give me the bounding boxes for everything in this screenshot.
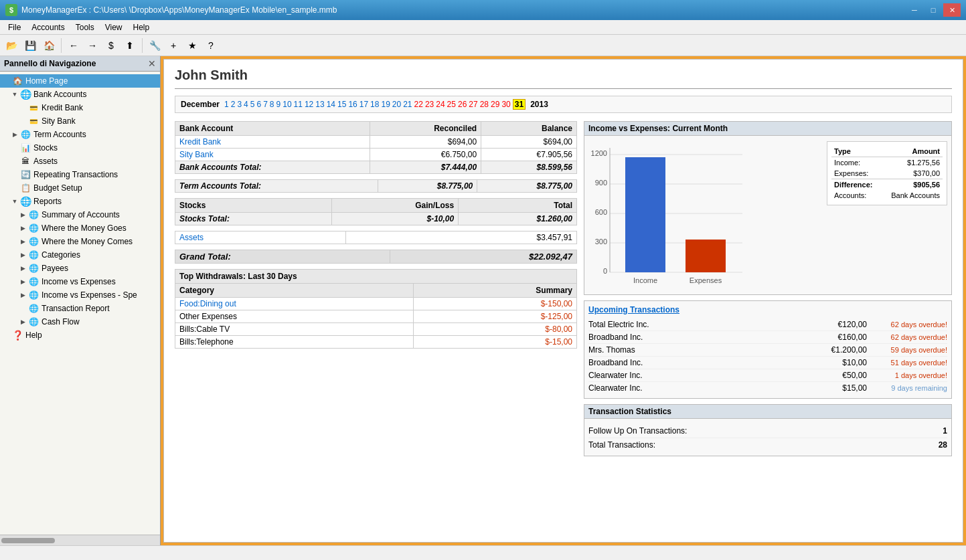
expand-ive[interactable]: ▶ bbox=[19, 278, 27, 286]
stocks-total-total: $1.260,00 bbox=[459, 213, 577, 225]
date-21[interactable]: 21 bbox=[403, 100, 412, 109]
menu-help[interactable]: Help bbox=[128, 21, 155, 34]
withdrawal-category-1[interactable]: Food:Dining out bbox=[175, 298, 414, 310]
sidebar-item-income-vs-expenses-sp[interactable]: ▶ 🌐 Income vs Expenses - Spe bbox=[0, 288, 160, 302]
expand-ivesp[interactable]: ▶ bbox=[19, 291, 27, 299]
expand-term[interactable]: ▶ bbox=[11, 130, 19, 138]
sidebar-item-categories[interactable]: ▶ 🌐 Categories bbox=[0, 248, 160, 262]
menu-file[interactable]: File bbox=[3, 21, 26, 34]
date-1[interactable]: 1 bbox=[224, 100, 229, 109]
bank-total-label: Bank Accounts Total: bbox=[175, 161, 370, 174]
minimize-button[interactable]: ─ bbox=[906, 3, 923, 17]
sidebar-item-sity-bank[interactable]: 💳 Sity Bank bbox=[0, 114, 160, 128]
nav-close-button[interactable]: ✕ bbox=[148, 58, 156, 69]
date-27[interactable]: 27 bbox=[469, 100, 477, 109]
date-7[interactable]: 7 bbox=[263, 100, 268, 109]
main-layout: Pannello di Navigazione ✕ 🏠 Home Page ▼ … bbox=[0, 56, 966, 545]
date-4[interactable]: 4 bbox=[244, 100, 248, 109]
status-bar bbox=[0, 545, 966, 560]
toolbar-add[interactable]: + bbox=[165, 37, 182, 54]
date-12[interactable]: 12 bbox=[305, 100, 313, 109]
date-10[interactable]: 10 bbox=[283, 100, 291, 109]
category-col: Category bbox=[175, 284, 414, 298]
toolbar-open[interactable]: 📂 bbox=[3, 37, 20, 54]
date-19[interactable]: 19 bbox=[381, 100, 390, 109]
nav-scrollbar[interactable] bbox=[0, 535, 160, 545]
close-button[interactable]: ✕ bbox=[943, 3, 961, 17]
sidebar-item-kredit-bank[interactable]: 💳 Kredit Bank bbox=[0, 101, 160, 114]
toolbar-settings[interactable]: 🔧 bbox=[146, 37, 163, 54]
date-28[interactable]: 28 bbox=[480, 100, 489, 109]
sidebar-item-cash-flow[interactable]: ▶ 🌐 Cash Flow bbox=[0, 315, 160, 329]
date-24[interactable]: 24 bbox=[436, 100, 445, 109]
date-31[interactable]: 31 bbox=[513, 99, 526, 110]
expenses-bar bbox=[686, 240, 726, 272]
date-29[interactable]: 29 bbox=[491, 100, 499, 109]
date-14[interactable]: 14 bbox=[327, 100, 335, 109]
assets-link[interactable]: Assets bbox=[175, 231, 346, 244]
sidebar-item-where-money-comes[interactable]: ▶ 🌐 Where the Money Comes bbox=[0, 235, 160, 248]
date-bar: December 1 2 3 4 5 6 7 8 9 10 11 12 13 1… bbox=[175, 96, 952, 113]
date-5[interactable]: 5 bbox=[250, 100, 255, 109]
expand-summary[interactable]: ▶ bbox=[19, 211, 27, 219]
kredit-bank-link[interactable]: Kredit Bank bbox=[175, 136, 370, 149]
toolbar-dollar[interactable]: $ bbox=[102, 37, 120, 54]
expand-payees[interactable]: ▶ bbox=[19, 264, 27, 272]
expand-cf[interactable]: ▶ bbox=[19, 318, 27, 326]
menu-accounts[interactable]: Accounts bbox=[26, 21, 70, 34]
date-30[interactable]: 30 bbox=[501, 100, 510, 109]
sidebar-item-assets[interactable]: 🏛 Assets bbox=[0, 155, 160, 168]
date-22[interactable]: 22 bbox=[414, 100, 423, 109]
sidebar-item-bank-accounts[interactable]: ▼ 🌐 Bank Accounts bbox=[0, 88, 160, 101]
expand-goes[interactable]: ▶ bbox=[19, 224, 27, 232]
toolbar-home[interactable]: 🏠 bbox=[40, 37, 58, 54]
date-2[interactable]: 2 bbox=[231, 100, 236, 109]
svg-text:600: 600 bbox=[595, 208, 607, 216]
date-13[interactable]: 13 bbox=[315, 100, 324, 109]
date-8[interactable]: 8 bbox=[270, 100, 274, 109]
chart-content: 1200 900 600 300 0 bbox=[588, 141, 947, 290]
sidebar-item-label: Categories bbox=[42, 250, 80, 260]
toolbar-transfer[interactable]: ⬆ bbox=[121, 37, 139, 54]
chart-svg-area: 1200 900 600 300 0 bbox=[588, 141, 820, 290]
date-9[interactable]: 9 bbox=[276, 100, 281, 109]
sidebar-item-where-money-goes[interactable]: ▶ 🌐 Where the Money Goes bbox=[0, 221, 160, 235]
date-11[interactable]: 11 bbox=[294, 100, 303, 109]
toolbar-help[interactable]: ? bbox=[202, 37, 220, 54]
sidebar-item-term-accounts[interactable]: ▶ 🌐 Term Accounts bbox=[0, 128, 160, 141]
menu-tools[interactable]: Tools bbox=[70, 21, 100, 34]
sidebar-item-payees[interactable]: ▶ 🌐 Payees bbox=[0, 262, 160, 275]
sidebar-item-transaction-report[interactable]: 🌐 Transaction Report bbox=[0, 302, 160, 315]
sidebar-item-stocks[interactable]: 📊 Stocks bbox=[0, 141, 160, 155]
date-23[interactable]: 23 bbox=[425, 100, 434, 109]
date-26[interactable]: 26 bbox=[458, 100, 467, 109]
stocks-total-row: Stocks Total: $-10,00 $1.260,00 bbox=[175, 213, 577, 225]
toolbar-favorite[interactable]: ★ bbox=[183, 37, 201, 54]
toolbar-save[interactable]: 💾 bbox=[21, 37, 39, 54]
expand-reports[interactable]: ▼ bbox=[11, 197, 19, 205]
sidebar-item-help[interactable]: ❓ Help bbox=[0, 329, 160, 342]
toolbar-back[interactable]: ← bbox=[65, 37, 82, 54]
date-16[interactable]: 16 bbox=[348, 100, 357, 109]
date-25[interactable]: 25 bbox=[447, 100, 456, 109]
date-3[interactable]: 3 bbox=[237, 100, 242, 109]
sidebar-item-home-page[interactable]: 🏠 Home Page bbox=[0, 74, 160, 88]
expand-bank[interactable]: ▼ bbox=[11, 90, 19, 98]
date-17[interactable]: 17 bbox=[359, 100, 368, 109]
expand-categories[interactable]: ▶ bbox=[19, 251, 27, 259]
date-15[interactable]: 15 bbox=[337, 100, 346, 109]
sidebar-item-income-vs-expenses[interactable]: ▶ 🌐 Income vs Expenses bbox=[0, 275, 160, 288]
sidebar-item-reports[interactable]: ▼ 🌐 Reports bbox=[0, 195, 160, 208]
maximize-button[interactable]: □ bbox=[924, 3, 942, 17]
menu-view[interactable]: View bbox=[100, 21, 128, 34]
expand-comes[interactable]: ▶ bbox=[19, 238, 27, 246]
sidebar-item-repeating-transactions[interactable]: 🔄 Repeating Transactions bbox=[0, 168, 160, 181]
upcoming-title[interactable]: Upcoming Transactions bbox=[588, 305, 947, 314]
toolbar-forward[interactable]: → bbox=[84, 37, 101, 54]
sidebar-item-summary-accounts[interactable]: ▶ 🌐 Summary of Accounts bbox=[0, 208, 160, 221]
date-20[interactable]: 20 bbox=[392, 100, 401, 109]
date-6[interactable]: 6 bbox=[256, 100, 261, 109]
sity-bank-link[interactable]: Sity Bank bbox=[175, 149, 370, 161]
sidebar-item-budget-setup[interactable]: 📋 Budget Setup bbox=[0, 181, 160, 195]
date-18[interactable]: 18 bbox=[370, 100, 379, 109]
